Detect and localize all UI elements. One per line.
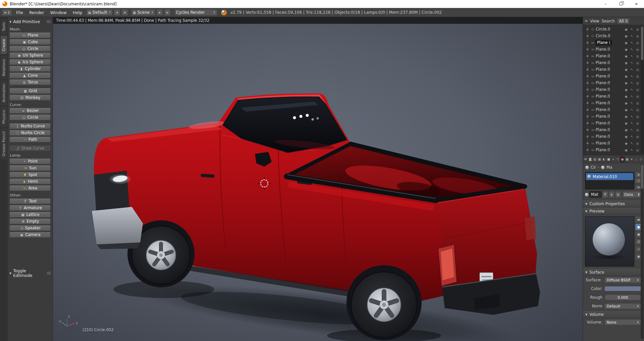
outliner-item[interactable]: ⊕▭Plane.0◉↖◎ bbox=[583, 79, 644, 86]
os-titlebar[interactable]: Blender* [C:\Users\Dean\Documents\cars\r… bbox=[0, 0, 644, 8]
material-slot-selected[interactable]: Material.010 bbox=[586, 173, 633, 180]
add-layout-button[interactable]: + bbox=[114, 9, 120, 16]
visibility-eye-icon[interactable]: ◉ bbox=[624, 74, 629, 78]
visibility-eye-icon[interactable]: ◉ bbox=[624, 135, 629, 138]
screen-layout-selector[interactable]: ▦ Default ⇕ bbox=[86, 9, 113, 16]
renderable-camera-icon[interactable]: ◎ bbox=[635, 27, 640, 31]
add-area-button[interactable]: ▭Area bbox=[9, 185, 51, 191]
outliner-item[interactable]: ⊕▭Plane.0◉↖◎ bbox=[583, 66, 644, 73]
renderable-camera-icon[interactable]: ◎ bbox=[635, 74, 640, 78]
restore-button[interactable] bbox=[613, 0, 629, 8]
renderable-camera-icon[interactable]: ◎ bbox=[635, 61, 640, 65]
add-circle-button[interactable]: ○Circle bbox=[9, 114, 51, 120]
tab-object[interactable]: ■ bbox=[606, 156, 611, 162]
renderable-camera-icon[interactable]: ◎ bbox=[635, 108, 640, 112]
selectable-cursor-icon[interactable]: ↖ bbox=[630, 135, 634, 138]
visibility-eye-icon[interactable]: ◉ bbox=[624, 101, 629, 105]
add-sun-button[interactable]: ☀Sun bbox=[9, 165, 51, 171]
scene-selector[interactable]: ▣ Scene ⇕ bbox=[131, 9, 155, 16]
expand-icon[interactable]: ⊕ bbox=[585, 148, 590, 152]
outliner-item[interactable]: ⊕▭Plane.0◉↖◎ bbox=[583, 140, 644, 147]
outliner-item[interactable]: ⊕▭Plane.0◉↖◎ bbox=[583, 93, 644, 100]
add-empty-button[interactable]: ⊕Empty bbox=[9, 218, 51, 224]
properties-editor-icon[interactable]: ≡ bbox=[584, 157, 587, 161]
visibility-eye-icon[interactable]: ◉ bbox=[624, 88, 629, 92]
menu-file[interactable]: File bbox=[13, 8, 26, 17]
selectable-cursor-icon[interactable]: ↖ bbox=[630, 108, 634, 112]
expand-icon[interactable]: ⊕ bbox=[585, 128, 590, 131]
outliner-item[interactable]: ⊕○Circle.0◉↖◎ bbox=[583, 33, 644, 39]
add-cube-button[interactable]: ▣Cube bbox=[9, 39, 51, 45]
visibility-eye-icon[interactable]: ◉ bbox=[624, 141, 629, 145]
toggle-editmode-panel-header[interactable]: ▼ Toggle Editmode bbox=[9, 269, 51, 278]
expand-icon[interactable]: ⊕ bbox=[585, 141, 590, 145]
volume-panel-header[interactable]: ▼ Volume bbox=[583, 311, 644, 318]
custom-properties-panel-header[interactable]: ▼ Custom Properties bbox=[583, 201, 644, 207]
breadcrumb-object[interactable]: Cir bbox=[591, 165, 596, 170]
preview-panel-header[interactable]: ▼ Preview bbox=[583, 208, 644, 215]
selectable-cursor-icon[interactable]: ↖ bbox=[630, 88, 634, 92]
renderable-camera-icon[interactable]: ◎ bbox=[635, 121, 640, 125]
add-grid-button[interactable]: ▦Grid bbox=[9, 88, 51, 94]
renderable-camera-icon[interactable]: ◎ bbox=[635, 41, 640, 45]
material-browse-icon[interactable] bbox=[585, 193, 589, 196]
expand-icon[interactable]: ⊕ bbox=[585, 61, 590, 64]
delete-scene-button[interactable]: × bbox=[164, 9, 171, 16]
selectable-cursor-icon[interactable]: ↖ bbox=[630, 115, 634, 118]
visibility-eye-icon[interactable]: ◉ bbox=[624, 115, 629, 118]
add-ico-sphere-button[interactable]: ◆Ico Sphere bbox=[9, 59, 51, 65]
selectable-cursor-icon[interactable]: ↖ bbox=[630, 101, 634, 105]
add-lattice-button[interactable]: ▦Lattice bbox=[9, 212, 51, 218]
add-torus-button[interactable]: ◎Torus bbox=[9, 79, 51, 85]
add-nurbs-circle-button[interactable]: ◌Nurbs Circle bbox=[9, 130, 51, 136]
close-button[interactable]: × bbox=[629, 0, 644, 8]
visibility-eye-icon[interactable]: ◉ bbox=[624, 68, 629, 71]
expand-icon[interactable]: ⊕ bbox=[585, 121, 590, 125]
add-path-button[interactable]: ┄Path bbox=[9, 136, 51, 143]
expand-icon[interactable]: ⊕ bbox=[585, 41, 590, 44]
renderable-camera-icon[interactable]: ◎ bbox=[635, 141, 640, 145]
properties-scrollbar[interactable] bbox=[641, 164, 644, 339]
outliner-item[interactable]: ⊕▭Plane.0◉↖◎ bbox=[583, 73, 644, 79]
add-bezier-button[interactable]: ≈Bezier bbox=[9, 108, 51, 114]
visibility-eye-icon[interactable]: ◉ bbox=[624, 81, 629, 85]
outliner-item[interactable]: ⊕▭Plane.0◉↖◎ bbox=[583, 53, 644, 59]
expand-icon[interactable]: ⊕ bbox=[585, 108, 590, 111]
surface-panel-header[interactable]: ▼ Surface bbox=[583, 269, 644, 276]
renderable-camera-icon[interactable]: ◎ bbox=[635, 48, 640, 51]
outliner-menu-search[interactable]: Search bbox=[602, 19, 615, 23]
add-plane-button[interactable]: ▭Plane bbox=[9, 32, 51, 38]
add-speaker-button[interactable]: ◁Speaker bbox=[9, 225, 51, 231]
outliner-item[interactable]: ⊕▭Plane.0◉↖◎ bbox=[583, 147, 644, 153]
tab-modifiers[interactable]: ◇ bbox=[639, 156, 643, 162]
selectable-cursor-icon[interactable]: ↖ bbox=[630, 81, 634, 85]
add-circle-button[interactable]: ○Circle bbox=[9, 46, 51, 52]
visibility-eye-icon[interactable]: ◉ bbox=[624, 108, 629, 112]
renderable-camera-icon[interactable]: ◎ bbox=[635, 68, 640, 71]
color-swatch[interactable] bbox=[604, 286, 641, 291]
renderable-camera-icon[interactable]: ◎ bbox=[635, 88, 640, 92]
renderable-camera-icon[interactable]: ◎ bbox=[635, 81, 640, 85]
renderable-camera-icon[interactable]: ◎ bbox=[635, 54, 640, 58]
outliner-item[interactable]: ⊕▭Plane.0◉↖◎ bbox=[583, 59, 644, 66]
renderable-camera-icon[interactable]: ◎ bbox=[635, 101, 640, 105]
expand-icon[interactable]: ⊕ bbox=[585, 135, 590, 138]
data-link-dropdown[interactable]: Data ⇕ bbox=[623, 191, 642, 198]
outliner-item[interactable]: ⊕○Circle.0◉↖◎ bbox=[583, 26, 644, 33]
scrollbar-thumb[interactable] bbox=[641, 26, 643, 60]
toolshelf-tab-grease-pencil[interactable]: Grease Pencil bbox=[1, 128, 7, 159]
add-nurbs-curve-button[interactable]: ∫Nurbs Curve bbox=[9, 123, 51, 129]
editor-type-button[interactable]: ≡ ⇕ bbox=[2, 9, 12, 16]
renderable-camera-icon[interactable]: ◎ bbox=[635, 34, 640, 38]
surface-shader-dropdown[interactable]: Diffuse BSDF ⇕ bbox=[604, 277, 641, 283]
selectable-cursor-icon[interactable]: ↖ bbox=[630, 54, 634, 58]
outliner-item[interactable]: ⊕▭Plane.0◉↖◎ bbox=[583, 106, 644, 113]
add-cone-button[interactable]: ▲Cone bbox=[9, 72, 51, 78]
outliner-item[interactable]: ⊕▭Plane.0◉↖◎ bbox=[583, 120, 644, 126]
menu-render[interactable]: Render bbox=[26, 8, 47, 17]
selectable-cursor-icon[interactable]: ↖ bbox=[630, 121, 634, 125]
normal-dropdown[interactable]: Default ⇕ bbox=[604, 303, 641, 309]
visibility-eye-icon[interactable]: ◉ bbox=[624, 34, 629, 38]
visibility-eye-icon[interactable]: ◉ bbox=[624, 54, 629, 58]
material-name-field[interactable]: Mat bbox=[589, 191, 602, 198]
